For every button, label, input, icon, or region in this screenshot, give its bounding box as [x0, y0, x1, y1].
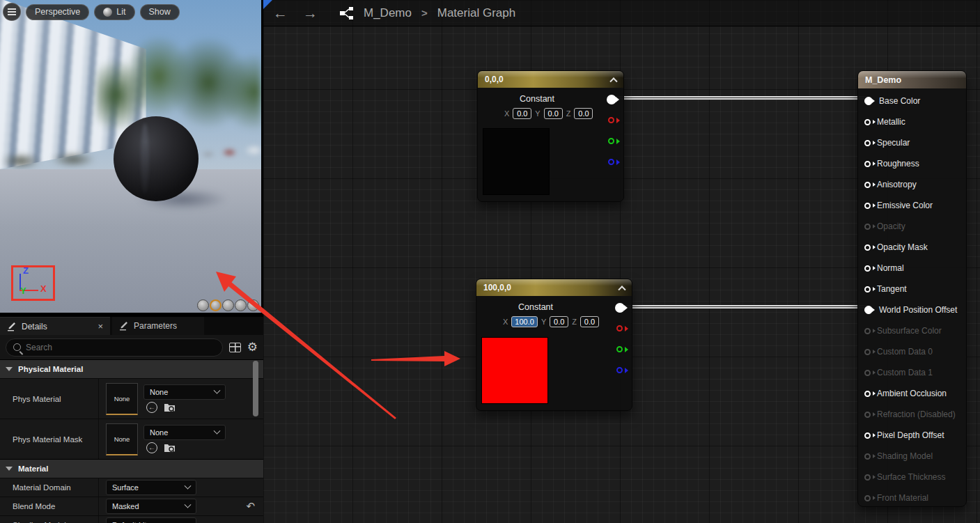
back-button[interactable]: ← — [273, 6, 288, 20]
lit-button[interactable]: Lit — [94, 4, 134, 20]
input-pin-icon[interactable] — [864, 432, 871, 439]
material-pin-metallic[interactable]: Metallic — [858, 111, 966, 132]
material-pin-anisotropy[interactable]: Anisotropy — [858, 174, 966, 195]
y-field[interactable]: 0.0 — [544, 108, 563, 119]
input-pin-icon[interactable] — [864, 97, 873, 105]
perspective-button[interactable]: Perspective — [26, 4, 89, 20]
material-pin-front-material[interactable]: Front Material — [858, 487, 966, 508]
gear-icon[interactable]: ⚙ — [247, 341, 258, 353]
details-scrollbar[interactable] — [253, 361, 258, 416]
input-pin-icon[interactable] — [864, 495, 871, 501]
material-pin-ambient-occlusion[interactable]: Ambient Occlusion — [858, 383, 966, 404]
input-pin-icon[interactable] — [864, 474, 871, 481]
shading-model-dropdown[interactable]: Default Lit — [106, 517, 196, 523]
z-field[interactable]: 0.0 — [574, 108, 593, 119]
material-pin-custom-data-0[interactable]: Custom Data 0 — [858, 341, 966, 362]
browse-to-asset-icon[interactable] — [164, 403, 176, 412]
output-pin-red[interactable] — [616, 325, 623, 331]
material-pin-world-position-offset[interactable]: World Position Offset — [858, 299, 966, 320]
material-graph-canvas[interactable]: ← → M_Demo > Material Graph 0,0,0 Consta… — [263, 0, 980, 523]
constant-node-000[interactable]: 0,0,0 Constant X 0.0 Y 0.0 Z 0.0 — [477, 70, 624, 202]
material-pin-surface-thickness[interactable]: Surface Thickness — [858, 467, 966, 487]
blend-mode-dropdown[interactable]: Masked — [106, 499, 196, 514]
input-pin-icon[interactable] — [864, 161, 871, 167]
use-selected-asset-icon[interactable]: ← — [146, 442, 157, 453]
material-pin-shading-model[interactable]: Shading Model — [858, 446, 966, 467]
collapse-chevron-icon[interactable] — [609, 77, 617, 85]
material-pin-pixel-depth-offset[interactable]: Pixel Depth Offset — [858, 425, 966, 446]
breadcrumb-root[interactable]: M_Demo — [364, 6, 412, 20]
input-pin-icon[interactable] — [864, 412, 871, 418]
x-field[interactable]: 0.0 — [513, 108, 531, 119]
material-pin-tangent[interactable]: Tangent — [858, 279, 966, 299]
preview-viewport[interactable]: Perspective Lit Show Z Y X — [0, 0, 261, 313]
close-icon[interactable]: × — [98, 321, 103, 331]
display-filter-icon[interactable] — [229, 343, 241, 352]
input-pin-icon[interactable] — [864, 224, 871, 230]
material-pin-opacity[interactable]: Opacity — [858, 216, 966, 237]
tab-details[interactable]: Details × — [0, 317, 110, 335]
browse-to-asset-icon[interactable] — [164, 443, 176, 453]
use-selected-asset-icon[interactable]: ← — [146, 402, 157, 413]
output-pin-red[interactable] — [608, 117, 614, 123]
constant-node-10000[interactable]: 100,0,0 Constant X 100.0 Y 0.0 Z 0.0 — [476, 279, 632, 411]
output-pin-blue[interactable] — [608, 159, 614, 165]
section-physical-material[interactable]: Physical Material — [0, 359, 263, 378]
output-pin-value[interactable] — [607, 95, 616, 104]
node-title: M_Demo — [865, 75, 901, 85]
section-title: Physical Material — [18, 365, 83, 373]
shape-cube-button[interactable] — [235, 299, 247, 311]
input-pin-icon[interactable] — [864, 286, 871, 292]
y-field[interactable]: 0.0 — [550, 316, 568, 327]
input-pin-icon[interactable] — [864, 306, 873, 314]
tab-parameters[interactable]: Parameters — [112, 317, 204, 335]
input-pin-icon[interactable] — [864, 244, 871, 251]
output-pin-green[interactable] — [608, 138, 614, 144]
material-pin-specular[interactable]: Specular — [858, 132, 966, 153]
asset-thumbnail[interactable]: None — [106, 383, 138, 415]
z-field[interactable]: 0.0 — [580, 316, 599, 327]
show-button[interactable]: Show — [140, 4, 180, 20]
forward-button[interactable]: → — [303, 6, 318, 20]
material-pin-emissive-color[interactable]: Emissive Color — [858, 195, 966, 216]
output-pin-green[interactable] — [616, 346, 623, 352]
input-pin-icon[interactable] — [864, 265, 871, 272]
material-result-node[interactable]: M_Demo Base ColorMetallicSpecularRoughne… — [857, 70, 967, 507]
material-pin-subsurface-color[interactable]: Subsurface Color — [858, 320, 966, 341]
material-pin-base-color[interactable]: Base Color — [858, 91, 966, 111]
node-header[interactable]: 100,0,0 — [476, 279, 632, 296]
input-pin-icon[interactable] — [864, 453, 871, 460]
material-domain-dropdown[interactable]: Surface — [106, 480, 196, 495]
material-pin-normal[interactable]: Normal — [858, 258, 966, 279]
node-header[interactable]: M_Demo — [858, 71, 966, 88]
input-pin-icon[interactable] — [864, 119, 871, 125]
x-field[interactable]: 100.0 — [511, 316, 538, 327]
node-header[interactable]: 0,0,0 — [478, 71, 623, 88]
phys-material-dropdown[interactable]: None — [143, 384, 226, 400]
material-pin-refraction-disabled[interactable]: Refraction (Disabled) — [858, 404, 966, 425]
output-pin-blue[interactable] — [616, 367, 623, 373]
input-pin-icon[interactable] — [864, 182, 871, 188]
input-pin-icon[interactable] — [864, 140, 871, 146]
material-pin-custom-data-1[interactable]: Custom Data 1 — [858, 362, 966, 383]
material-pin-opacity-mask[interactable]: Opacity Mask — [858, 237, 966, 258]
input-pin-icon[interactable] — [864, 370, 871, 376]
shape-custom-button[interactable] — [247, 299, 259, 311]
viewport-menu-button[interactable] — [3, 3, 21, 21]
phys-material-mask-dropdown[interactable]: None — [143, 425, 226, 440]
search-input[interactable] — [26, 343, 215, 352]
shape-plane-button[interactable] — [222, 299, 234, 311]
asset-thumbnail[interactable]: None — [106, 423, 138, 455]
collapse-chevron-icon[interactable] — [618, 286, 625, 293]
input-pin-icon[interactable] — [864, 203, 871, 209]
search-box[interactable] — [6, 338, 223, 357]
section-material[interactable]: Material — [0, 459, 263, 478]
material-pin-roughness[interactable]: Roughness — [858, 153, 966, 174]
output-pin-value[interactable] — [615, 303, 625, 313]
reset-to-default-icon[interactable]: ↶ — [246, 500, 255, 513]
shape-sphere-button[interactable] — [210, 299, 221, 311]
input-pin-icon[interactable] — [864, 328, 871, 334]
input-pin-icon[interactable] — [864, 349, 871, 355]
shape-cylinder-button[interactable] — [197, 299, 209, 311]
input-pin-icon[interactable] — [864, 391, 871, 397]
